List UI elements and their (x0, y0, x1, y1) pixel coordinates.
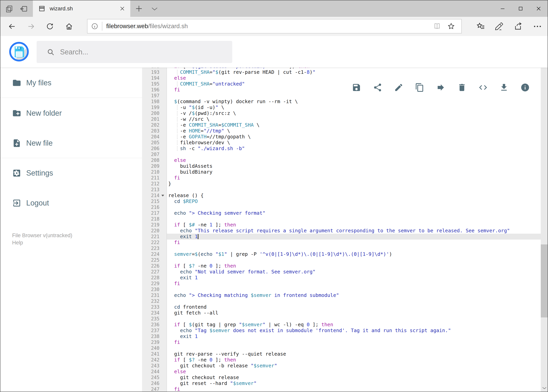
code-line-text[interactable]: } (167, 181, 541, 187)
code-line-text[interactable]: fi (167, 339, 541, 345)
code-line-text[interactable]: semver=$(echo "$1" | grep -P '^v(0|[1-9]… (167, 251, 541, 257)
code-icon[interactable] (478, 83, 488, 92)
code-line-text[interactable]: -v /$(pwd):/src:z \ (167, 110, 541, 116)
delete-icon[interactable] (457, 83, 467, 92)
code-line-text[interactable]: if [ $# -ne 1 ]; then (167, 222, 541, 228)
site-info-icon[interactable] (91, 22, 98, 30)
code-line-text[interactable]: if [ "$(git status --porcelain)" == "" ]… (167, 68, 541, 69)
page-scrollbar[interactable] (541, 36, 548, 392)
code-line-text[interactable]: sh -c "./wizard.sh -b" (167, 146, 541, 152)
filebrowser-logo[interactable] (9, 42, 29, 62)
code-line-text[interactable]: git checkout -b release "$semver" (167, 363, 541, 369)
code-line-text[interactable]: if [ $? -ne 0 ]; then (167, 263, 541, 269)
code-line-text[interactable]: cd $REPO (167, 198, 541, 204)
minimize-button[interactable] (494, 0, 512, 17)
code-line-text[interactable] (167, 152, 541, 157)
scrollbar-thumb[interactable] (541, 245, 548, 317)
add-favorite-icon[interactable] (447, 22, 455, 30)
code-line-text[interactable]: -e COMMIT_SHA=$COMMIT_SHA \ (167, 122, 541, 128)
search-box[interactable] (37, 41, 232, 63)
code-line-text[interactable]: git fetch --all (167, 310, 541, 316)
code-line-text[interactable]: echo "> Checking semver format" (167, 210, 541, 216)
info-icon[interactable] (520, 83, 530, 92)
code-line-text[interactable] (167, 345, 541, 351)
code-line-text[interactable]: else (167, 369, 541, 375)
code-line-text[interactable] (167, 93, 541, 99)
code-line-text[interactable]: git checkout release (167, 375, 541, 380)
refresh-button[interactable] (46, 22, 54, 30)
sidebar-item-logout[interactable]: Logout (0, 197, 142, 209)
code-line-text[interactable]: -w //src \ (167, 116, 541, 122)
sidebar-item-new-folder[interactable]: New folder (0, 107, 142, 119)
set-tabs-aside-icon[interactable] (20, 5, 28, 13)
save-icon[interactable] (352, 83, 361, 92)
code-line-text[interactable]: if [ $? -ne 0 ]; then (167, 357, 541, 363)
code-line-text[interactable]: exit 1 (167, 234, 541, 239)
code-line-text[interactable] (167, 187, 541, 193)
sidebar-item-new-file[interactable]: New file (0, 137, 142, 149)
code-line: 198 $(command -v winpty) docker run --rm… (142, 99, 541, 105)
code-line-text[interactable]: else (167, 75, 541, 81)
code-line-text[interactable]: echo "This release script requires a sin… (167, 228, 541, 234)
maximize-button[interactable] (512, 0, 530, 17)
sidebar-item-settings[interactable]: Settings (0, 167, 142, 179)
search-input[interactable] (60, 48, 232, 56)
code-line-text[interactable] (167, 316, 541, 322)
fold-arrow-icon[interactable] (161, 195, 164, 196)
code-line-text[interactable] (167, 257, 541, 263)
code-line-text[interactable]: echo "Tag $semver does not exist in subm… (167, 328, 541, 334)
code-line-text[interactable]: release () { (167, 193, 541, 198)
code-line-text[interactable] (167, 245, 541, 251)
browser-tab[interactable]: wizard.sh (33, 0, 130, 17)
code-line-text[interactable]: -e HOME="//tmp" \ (167, 128, 541, 134)
code-line-text[interactable]: cd frontend (167, 304, 541, 310)
code-line-text[interactable]: COMMIT_SHA="$(git rev-parse HEAD | cut -… (167, 69, 541, 75)
url-text[interactable]: filebrowser.web/files/wizard.sh (106, 23, 433, 30)
code-line-text[interactable]: buildAssets (167, 163, 541, 169)
code-line-text[interactable]: echo "> Checking matching $semver in fro… (167, 292, 541, 298)
code-line-text[interactable]: exit 1 (167, 334, 541, 339)
reading-view-icon[interactable] (433, 22, 441, 30)
share-page-icon[interactable] (514, 22, 523, 31)
new-tab-button[interactable] (135, 4, 143, 13)
code-line-text[interactable]: fi (167, 239, 541, 245)
code-line-text[interactable]: git reset --hard "$semver" (167, 380, 541, 386)
forward-button[interactable] (27, 22, 35, 30)
code-line-text[interactable]: fi (167, 386, 541, 392)
code-line-text[interactable]: fi (167, 281, 541, 287)
web-note-pen-icon[interactable] (495, 22, 504, 31)
code-line-text[interactable]: buildBinary (167, 169, 541, 175)
code-line-text[interactable] (167, 298, 541, 304)
line-number: 232 (142, 298, 167, 304)
home-button[interactable] (65, 22, 73, 30)
code-line-text[interactable]: if [ $(git tag | grep "$semver" | wc -l)… (167, 322, 541, 328)
code-line-text[interactable]: else (167, 157, 541, 163)
url-field[interactable]: filebrowser.web/files/wizard.sh (87, 19, 462, 34)
back-button[interactable] (8, 22, 16, 30)
code-line-text[interactable] (167, 204, 541, 210)
sidebar-item-my-files[interactable]: My files (0, 77, 142, 89)
code-line-text[interactable] (167, 287, 541, 292)
help-link[interactable]: Help (12, 239, 72, 246)
close-button[interactable] (530, 0, 548, 17)
tabs-set-aside-icon[interactable] (5, 5, 13, 13)
code-line-text[interactable]: -u "$(id -u)" \ (167, 105, 541, 110)
code-line-text[interactable]: echo "Not valid semver format. See semve… (167, 269, 541, 275)
more-options-icon[interactable] (533, 22, 542, 31)
copy-icon[interactable] (415, 83, 424, 92)
scroll-down-icon[interactable] (542, 386, 547, 390)
edit-icon[interactable] (394, 83, 403, 92)
code-line-text[interactable]: $(command -v winpty) docker run --rm -it… (167, 99, 541, 105)
code-line-text[interactable]: git rev-parse --verify --quiet release (167, 351, 541, 357)
code-line-text[interactable]: fi (167, 175, 541, 181)
code-line-text[interactable]: filebrowser/dev \ (167, 140, 541, 146)
share-icon[interactable] (373, 83, 382, 92)
move-icon[interactable] (436, 83, 445, 92)
tab-close-icon[interactable] (119, 6, 125, 12)
tab-preview-chevron-icon[interactable] (151, 6, 159, 12)
code-line-text[interactable]: -e GOPATH=//tmp/gopath \ (167, 134, 541, 140)
code-line-text[interactable]: exit 1 (167, 275, 541, 281)
code-line-text[interactable] (167, 216, 541, 222)
hub-favorites-icon[interactable] (476, 22, 485, 31)
download-icon[interactable] (499, 83, 509, 92)
